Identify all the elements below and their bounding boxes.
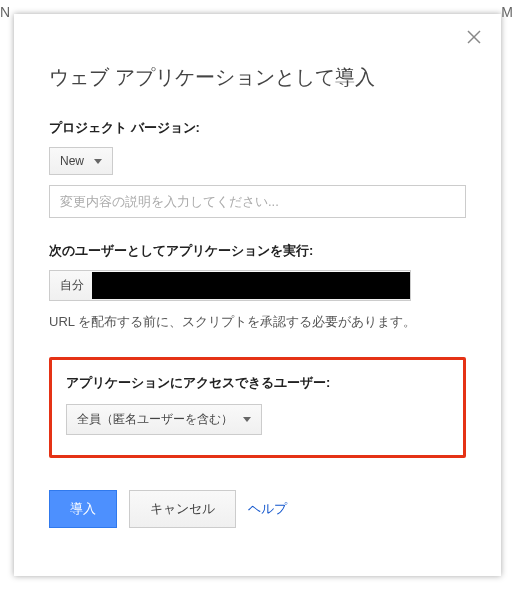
execute-as-label: 次のユーザーとしてアプリケーションを実行: [49,242,466,260]
version-description-input[interactable] [49,185,466,218]
background-text-right: M [501,4,513,20]
cancel-button[interactable]: キャンセル [129,490,236,528]
dialog-title: ウェブ アプリケーションとして導入 [49,64,466,91]
access-section: アプリケーションにアクセスできるユーザー: 全員（匿名ユーザーを含む） [49,357,466,458]
chevron-down-icon [243,417,251,422]
access-select[interactable]: 全員（匿名ユーザーを含む） [66,404,262,435]
project-version-select[interactable]: New [49,147,113,175]
deploy-dialog: ウェブ アプリケーションとして導入 プロジェクト バージョン: New 次のユー… [14,14,501,576]
chevron-down-icon [94,159,102,164]
close-icon [465,28,483,46]
project-version-value: New [60,154,84,168]
background-text-left: N [0,4,10,20]
access-label: アプリケーションにアクセスできるユーザー: [66,374,449,392]
execute-as-helper: URL を配布する前に、スクリプトを承認する必要があります。 [49,311,466,333]
execute-as-value-prefix: 自分 [50,271,92,300]
execute-as-section: 次のユーザーとしてアプリケーションを実行: 自分 URL を配布する前に、スクリ… [49,242,466,333]
deploy-button[interactable]: 導入 [49,490,117,528]
button-row: 導入 キャンセル ヘルプ [49,490,466,528]
close-button[interactable] [465,28,483,49]
help-link[interactable]: ヘルプ [248,500,287,518]
project-version-section: プロジェクト バージョン: New [49,119,466,218]
access-value: 全員（匿名ユーザーを含む） [77,411,233,428]
execute-as-select[interactable]: 自分 [49,270,411,301]
redacted-identity [92,272,410,299]
project-version-label: プロジェクト バージョン: [49,119,466,137]
